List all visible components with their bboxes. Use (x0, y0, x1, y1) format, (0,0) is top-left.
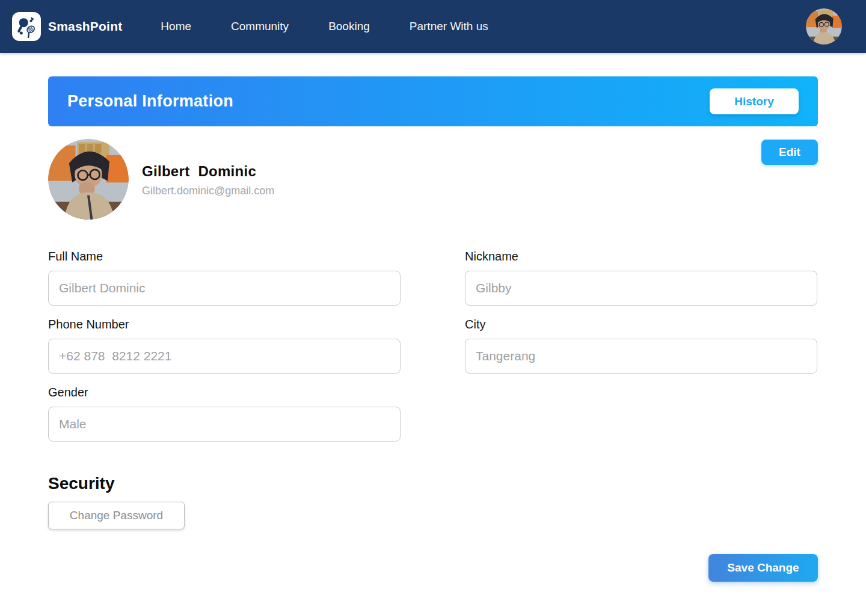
city-input[interactable] (465, 339, 817, 374)
form-left-column: Full Name Phone Number Gender (48, 250, 401, 454)
form-right-column: Nickname City (465, 250, 817, 454)
brand-logo[interactable]: SmashPoint (12, 12, 122, 41)
full-name-label: Full Name (48, 250, 401, 263)
gender-label: Gender (48, 386, 401, 399)
navbar-user-avatar[interactable] (806, 8, 842, 45)
personal-information-banner: Personal Information History (48, 76, 818, 126)
profile-photo (48, 139, 129, 220)
save-change-button[interactable]: Save Change (708, 554, 818, 582)
nav-item-community[interactable]: Community (231, 20, 289, 33)
nav-item-home[interactable]: Home (161, 20, 191, 33)
main-content: Personal Information History (48, 76, 818, 582)
change-password-button[interactable]: Change Password (48, 502, 185, 529)
full-name-group: Full Name (48, 250, 401, 306)
save-row: Save Change (48, 554, 818, 582)
profile-text: Gilbert Dominic Gilbert.dominic@gmail.co… (142, 163, 274, 197)
nickname-input[interactable] (465, 271, 817, 306)
nickname-label: Nickname (465, 250, 817, 263)
personal-info-form: Full Name Phone Number Gender Nickname C… (48, 250, 818, 454)
full-name-input[interactable] (48, 271, 401, 306)
gender-group: Gender (48, 386, 401, 442)
edit-button[interactable]: Edit (761, 140, 818, 165)
city-group: City (465, 318, 817, 374)
nav-links: Home Community Booking Partner With us (161, 20, 488, 33)
phone-number-input[interactable] (48, 339, 401, 374)
profile-email: Gilbert.dominic@gmail.com (142, 185, 274, 197)
phone-number-label: Phone Number (48, 318, 401, 331)
history-button[interactable]: History (710, 88, 799, 114)
gender-input[interactable] (48, 407, 401, 442)
brand-name: SmashPoint (48, 19, 122, 34)
profile-name: Gilbert Dominic (142, 163, 274, 180)
nickname-group: Nickname (465, 250, 817, 306)
page-title: Personal Information (67, 92, 233, 111)
nav-item-booking[interactable]: Booking (328, 20, 370, 33)
nav-item-partner-with-us[interactable]: Partner With us (410, 20, 488, 33)
profile-section: Gilbert Dominic Gilbert.dominic@gmail.co… (48, 139, 818, 220)
city-label: City (465, 318, 817, 331)
top-navbar: SmashPoint Home Community Booking Partne… (0, 0, 866, 53)
phone-number-group: Phone Number (48, 318, 401, 374)
security-heading: Security (48, 474, 818, 493)
badminton-racket-icon (12, 12, 41, 41)
